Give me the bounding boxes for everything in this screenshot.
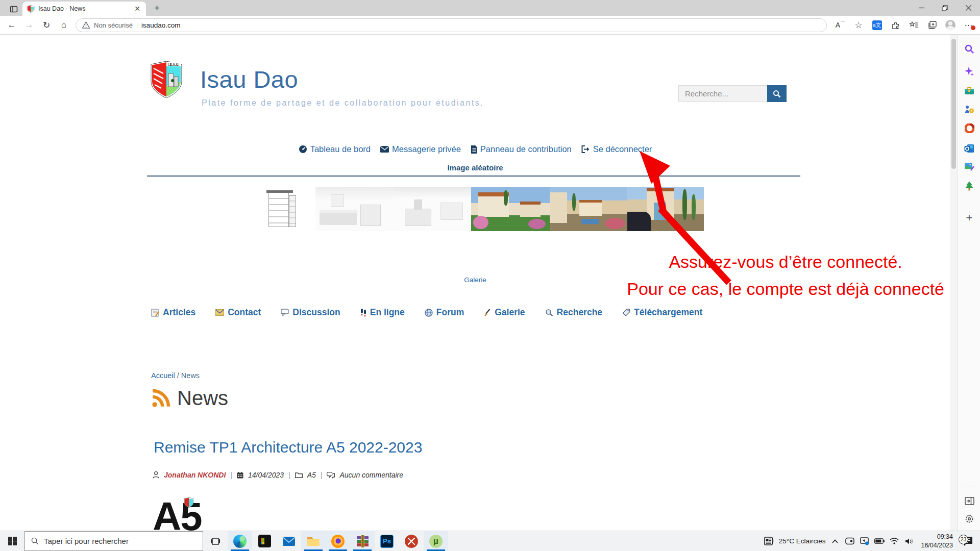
taskbar-firefox[interactable]	[326, 531, 350, 551]
taskbar-search[interactable]: Taper ici pour rechercher	[24, 531, 203, 551]
article-date: 14/04/2023	[248, 471, 284, 479]
minimize-button[interactable]	[910, 0, 933, 16]
explorer-icon	[307, 536, 320, 546]
restore-button[interactable]	[933, 0, 957, 16]
translate-icon[interactable]: a文	[868, 18, 886, 32]
favorites-bar-icon[interactable]	[904, 18, 923, 32]
article-comments[interactable]: Aucun commentaire	[339, 471, 403, 479]
tray-display-icon[interactable]	[860, 537, 870, 545]
scrollbar-thumb[interactable]	[951, 39, 956, 169]
sidebar-tools-icon[interactable]	[958, 82, 980, 98]
random-image-livingroom[interactable]	[315, 187, 394, 231]
nav-contribution-panel[interactable]: Panneau de contribution	[471, 144, 572, 154]
sidebar-discover-icon[interactable]	[958, 63, 980, 80]
store-icon	[258, 535, 271, 547]
browser-tab[interactable]: Isau Dao - News ✕	[22, 2, 146, 16]
site-search-input[interactable]	[678, 85, 767, 102]
random-image-villa-garden[interactable]	[471, 187, 550, 231]
random-image-entrance[interactable]	[627, 187, 704, 231]
sidebar-designer-icon[interactable]	[958, 159, 980, 175]
tray-battery-icon[interactable]	[874, 538, 885, 544]
menu-search[interactable]: Recherche	[545, 307, 603, 318]
user-nav: Tableau de bord Messagerie privée Pannea…	[150, 144, 800, 154]
breadcrumb-home[interactable]: Accueil	[151, 371, 175, 380]
random-image-courtyard[interactable]	[550, 187, 627, 231]
tray-volume-icon[interactable]	[904, 538, 914, 545]
news-widget-icon[interactable]	[764, 537, 774, 545]
search-icon	[31, 537, 39, 545]
taskbar-store[interactable]	[252, 531, 277, 551]
tray-onedrive-icon[interactable]	[845, 537, 855, 545]
firefox-icon	[331, 535, 345, 548]
taskbar-photoshop[interactable]: Ps	[375, 531, 399, 551]
sidebar-tree-icon[interactable]	[958, 178, 980, 194]
profile-avatar[interactable]	[941, 18, 960, 32]
read-aloud-icon[interactable]: A⌒	[831, 18, 849, 32]
forward-icon[interactable]: →	[20, 18, 38, 32]
collections-icon[interactable]	[923, 18, 941, 32]
taskbar-winrar[interactable]	[350, 531, 375, 551]
refresh-icon[interactable]: ↻	[38, 18, 55, 32]
home-icon[interactable]: ⌂	[55, 18, 72, 32]
favorite-star-icon[interactable]: ☆	[849, 18, 868, 32]
tray-wifi-icon[interactable]	[889, 538, 899, 544]
tray-chevron-icon[interactable]	[830, 539, 840, 543]
paintbrush-icon	[484, 309, 491, 317]
back-icon[interactable]: ←	[3, 18, 20, 32]
address-bar[interactable]: Non sécurisé isaudao.com	[76, 18, 827, 32]
sidebar-games-icon[interactable]	[958, 101, 980, 117]
notification-center-icon[interactable]: 23	[958, 536, 977, 546]
article-category[interactable]: A5	[307, 471, 316, 479]
sidebar-panel-icon[interactable]	[958, 493, 980, 509]
site-search-button[interactable]	[767, 85, 787, 102]
new-tab-button[interactable]: +	[151, 3, 163, 16]
sidebar-office-icon[interactable]	[958, 120, 980, 136]
edge-icon	[233, 535, 247, 548]
extensions-icon[interactable]	[886, 18, 904, 32]
mail-icon	[215, 309, 224, 316]
tab-actions-icon[interactable]	[6, 3, 21, 16]
taskbar-utorrent[interactable]: µ	[424, 531, 448, 551]
menu-online[interactable]: En ligne	[360, 307, 405, 318]
sign-out-icon	[581, 145, 590, 153]
nav-logout[interactable]: Se déconnecter	[581, 144, 652, 154]
article-author[interactable]: Jonathan NKONDI	[164, 471, 226, 479]
taskbar-explorer[interactable]	[301, 531, 326, 551]
settings-more-icon[interactable]: ⋯	[960, 18, 978, 32]
random-image-diningroom[interactable]	[394, 187, 471, 231]
menu-contact[interactable]: Contact	[215, 307, 261, 318]
site-title[interactable]: Isau Dao	[200, 65, 298, 93]
nav-private-messages[interactable]: Messagerie privée	[380, 144, 461, 154]
browser-toolbar: ← → ↻ ⌂ Non sécurisé isaudao.com A⌒ ☆ a文	[0, 16, 980, 35]
tray-weather[interactable]: 25°C Eclaircies	[779, 537, 826, 545]
menu-gallery[interactable]: Galerie	[484, 307, 525, 318]
article-thumbnail[interactable]: A5	[153, 496, 209, 531]
divider	[137, 21, 137, 29]
menu-articles[interactable]: Articles	[151, 307, 195, 318]
snip-icon	[405, 535, 418, 548]
random-image-elevation[interactable]	[248, 187, 315, 231]
taskbar-edge[interactable]	[228, 531, 252, 551]
page-scrollbar[interactable]	[950, 35, 958, 531]
taskbar-snip[interactable]	[399, 531, 424, 551]
sidebar-search-icon[interactable]	[958, 41, 980, 57]
tray-clock[interactable]: 09:34 16/04/2023	[921, 533, 953, 549]
folder-icon	[295, 472, 303, 478]
tab-close-icon[interactable]: ✕	[133, 5, 142, 13]
annotation-text: Assurez-vous d’être connecté. Pour ce ca…	[627, 248, 944, 302]
menu-forum[interactable]: Forum	[425, 307, 464, 318]
menu-discussion[interactable]: Discussion	[281, 307, 340, 318]
taskbar-mail[interactable]	[277, 531, 301, 551]
menu-downloads[interactable]: Téléchargement	[622, 307, 702, 318]
calendar-icon	[237, 472, 243, 479]
task-view-button[interactable]	[203, 531, 228, 551]
start-button[interactable]	[0, 531, 24, 551]
sidebar-outlook-icon[interactable]	[958, 140, 980, 157]
site-search	[678, 85, 787, 102]
sidebar-add-icon[interactable]: +	[958, 210, 980, 226]
nav-dashboard[interactable]: Tableau de bord	[299, 144, 371, 154]
article-title[interactable]: Remise TP1 Architecture A5 2022-2023	[154, 439, 422, 456]
close-window-button[interactable]	[957, 0, 980, 16]
sidebar-settings-icon[interactable]	[958, 511, 980, 527]
dashboard-icon	[299, 145, 307, 154]
